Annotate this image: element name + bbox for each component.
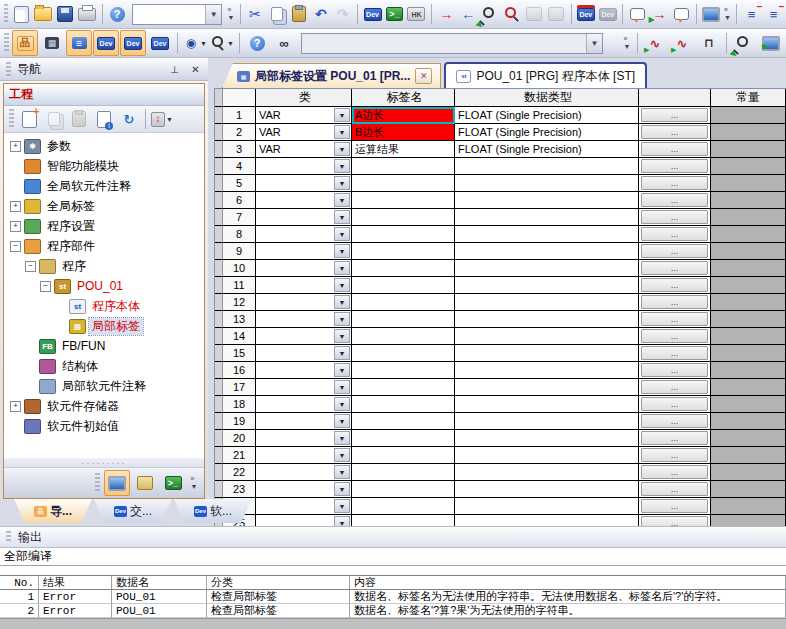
- open-project-button[interactable]: [33, 1, 54, 27]
- row-number[interactable]: 5: [223, 175, 256, 192]
- class-cell[interactable]: ▼: [256, 447, 352, 464]
- refresh-view-button[interactable]: ↻: [117, 107, 141, 131]
- tree-item[interactable]: 结构体: [6, 356, 204, 376]
- remote-operation-button[interactable]: [701, 1, 722, 27]
- constant-cell[interactable]: [711, 413, 786, 430]
- constant-cell[interactable]: [711, 481, 786, 498]
- class-dropdown-icon[interactable]: ▼: [334, 295, 350, 309]
- datatype-cell[interactable]: [455, 396, 639, 413]
- datatype-browse-button[interactable]: ...: [641, 295, 708, 309]
- tab-local-label-setting[interactable]: ▦ 局部标签设置 POU_01 [PR... ✕: [222, 63, 441, 88]
- class-cell[interactable]: ▼: [256, 277, 352, 294]
- datatype-browse-button[interactable]: ...: [641, 261, 708, 275]
- class-dropdown-icon[interactable]: ▼: [334, 278, 350, 292]
- class-dropdown-icon[interactable]: ▼: [334, 108, 350, 122]
- datatype-browse-button[interactable]: ...: [641, 227, 708, 241]
- datatype-browse-button[interactable]: ...: [641, 516, 708, 526]
- find-target-combobox[interactable]: ▼: [301, 33, 603, 54]
- constant-header[interactable]: 常量: [711, 89, 786, 107]
- datatype-cell[interactable]: [455, 158, 639, 175]
- constant-cell[interactable]: [711, 141, 786, 158]
- datatype-browse-button[interactable]: ...: [641, 278, 708, 292]
- label-cell[interactable]: [352, 345, 455, 362]
- tree-item[interactable]: −程序: [6, 256, 204, 276]
- label-cell[interactable]: [352, 158, 455, 175]
- data-property-button[interactable]: [92, 107, 116, 131]
- row-number[interactable]: 6: [223, 192, 256, 209]
- class-dropdown-icon[interactable]: ▼: [334, 142, 350, 156]
- class-cell[interactable]: ▼: [256, 175, 352, 192]
- insert-row-above-button[interactable]: ≡: [741, 1, 762, 27]
- tree-item[interactable]: −stPOU_01: [6, 276, 204, 296]
- label-cell[interactable]: [352, 294, 455, 311]
- constant-cell[interactable]: [711, 209, 786, 226]
- class-dropdown-icon[interactable]: ▼: [334, 312, 350, 326]
- class-cell[interactable]: ▼: [256, 413, 352, 430]
- constant-cell[interactable]: [711, 226, 786, 243]
- row-number[interactable]: 17: [223, 379, 256, 396]
- device-monitor-button[interactable]: Dev: [575, 1, 596, 27]
- datatype-cell[interactable]: [455, 277, 639, 294]
- pulse-button[interactable]: ⊓: [696, 30, 722, 56]
- drag-grip-icon[interactable]: [9, 109, 14, 129]
- verify-with-plc-button[interactable]: [480, 1, 501, 27]
- navigation-window-button[interactable]: 品: [12, 30, 38, 56]
- help-display-button[interactable]: [132, 470, 158, 496]
- class-dropdown-icon[interactable]: ▼: [334, 363, 350, 377]
- row-number[interactable]: 16: [223, 362, 256, 379]
- row-number[interactable]: 3: [223, 141, 256, 158]
- toolbar2-overflow-button[interactable]: »▼: [621, 32, 633, 54]
- tree-item[interactable]: ▦局部标签: [6, 316, 204, 336]
- save-project-button[interactable]: [55, 1, 76, 27]
- drag-grip-icon[interactable]: [95, 473, 100, 493]
- datatype-cell[interactable]: FLOAT (Single Precision): [455, 141, 639, 158]
- class-cell[interactable]: VAR▼: [256, 107, 352, 124]
- class-dropdown-icon[interactable]: ▼: [334, 499, 350, 513]
- constant-cell[interactable]: [711, 175, 786, 192]
- constant-cell[interactable]: [711, 158, 786, 175]
- datatype-cell[interactable]: [455, 243, 639, 260]
- constant-cell[interactable]: [711, 379, 786, 396]
- datatype-browse-button[interactable]: ...: [641, 482, 708, 496]
- expand-toggle-icon[interactable]: −: [25, 261, 36, 272]
- datatype-cell[interactable]: [455, 430, 639, 447]
- datatype-cell[interactable]: [455, 413, 639, 430]
- class-dropdown-icon[interactable]: ▼: [334, 465, 350, 479]
- row-number[interactable]: 9: [223, 243, 256, 260]
- datatype-browse-button[interactable]: ...: [641, 244, 708, 258]
- drag-grip-icon[interactable]: [6, 531, 11, 543]
- device-display-button[interactable]: ◉▼: [182, 30, 208, 56]
- toolbar1-overflow-button[interactable]: »▼: [723, 3, 732, 25]
- expand-toggle-icon[interactable]: +: [10, 201, 21, 212]
- constant-cell[interactable]: [711, 515, 786, 526]
- class-dropdown-icon[interactable]: ▼: [334, 516, 350, 526]
- row-number[interactable]: 1: [223, 107, 256, 124]
- datatype-browse-button[interactable]: ...: [641, 210, 708, 224]
- class-cell[interactable]: ▼: [256, 226, 352, 243]
- constant-cell[interactable]: [711, 243, 786, 260]
- datatype-cell[interactable]: [455, 345, 639, 362]
- class-cell[interactable]: ▼: [256, 430, 352, 447]
- output-row[interactable]: 2ErrorPOU_01检查局部标签数据名、标签名'?算?果'为无法使用的字符串…: [0, 604, 786, 618]
- tab-program-body[interactable]: st POU_01 [PRG] 程序本体 [ST]: [444, 62, 647, 88]
- class-header[interactable]: 类: [256, 89, 352, 107]
- datatype-cell[interactable]: [455, 226, 639, 243]
- constant-cell[interactable]: [711, 498, 786, 515]
- datatype-cell[interactable]: [455, 294, 639, 311]
- class-cell[interactable]: ▼: [256, 158, 352, 175]
- class-cell[interactable]: ▼: [256, 464, 352, 481]
- constant-cell[interactable]: [711, 447, 786, 464]
- datatype-cell[interactable]: [455, 464, 639, 481]
- datatype-browse-button[interactable]: ...: [641, 414, 708, 428]
- connection-destination-button[interactable]: >_: [160, 470, 186, 496]
- label-cell[interactable]: [352, 413, 455, 430]
- class-cell[interactable]: ▼: [256, 396, 352, 413]
- class-dropdown-icon[interactable]: ▼: [334, 227, 350, 241]
- constant-cell[interactable]: [711, 362, 786, 379]
- device-find-button[interactable]: Dev: [93, 30, 119, 56]
- shortcut-key-button[interactable]: HK: [406, 1, 427, 27]
- datatype-cell[interactable]: FLOAT (Single Precision): [455, 107, 639, 124]
- constant-cell[interactable]: [711, 430, 786, 447]
- label-cell[interactable]: [352, 175, 455, 192]
- watch-start-button[interactable]: [731, 30, 757, 56]
